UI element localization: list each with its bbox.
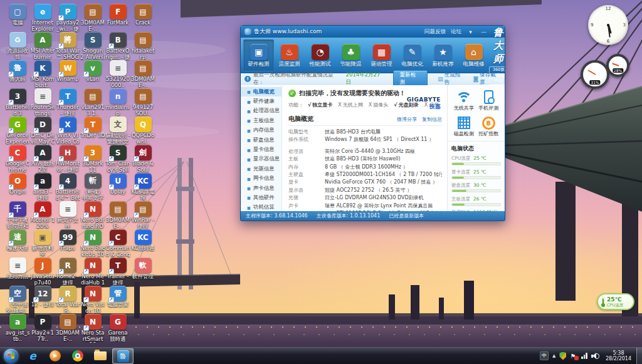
desktop-icon[interactable]: 斬 ↗ 《斬魂》中英文字型修.. xyxy=(80,173,105,202)
desktop-icon[interactable]: 3 ↗ 3DMark 11 xyxy=(80,145,105,173)
desktop-icon[interactable]: C ↗ Command & Conquer 3 .. xyxy=(105,229,130,258)
action-center-flag-icon[interactable]: ⚑ xyxy=(570,352,577,360)
desktop-icon[interactable]: ▤ ↗ Crack xyxy=(130,4,155,26)
desktop-icon[interactable]: C ↗ Google Chrome xyxy=(5,145,30,173)
taskbar-app[interactable]: e xyxy=(22,348,43,364)
desktop-icon[interactable]: G ↗ Garena 競時通 xyxy=(105,314,130,342)
quick-tool[interactable]: ฿ 挖矿指数 xyxy=(476,115,502,137)
desktop-icon[interactable]: H ↗ HWMonitor - 捷徑 xyxy=(55,145,80,173)
desktop-icon[interactable]: U ↗ Uplay xyxy=(105,173,130,195)
desktop-icon[interactable]: ▤ ↗ vLan2913 1.. xyxy=(80,88,105,117)
taskbar-app[interactable] xyxy=(90,348,111,364)
forum-link[interactable]: 论坛 xyxy=(451,28,461,36)
desktop-icon[interactable]: D ↗ DmC_Devil May Cry v1.. xyxy=(30,117,55,145)
desktop-icon[interactable]: 99 ↗ Fraps xyxy=(55,229,80,252)
desktop-icon[interactable]: ♻ ↗ 資源回收筒 xyxy=(5,32,30,60)
desktop-icon[interactable]: ▤ ↗ 3DM0AME-.. xyxy=(105,201,130,229)
desktop-icon[interactable]: 管 ↗ 電腦管家 xyxy=(105,286,130,308)
desktop-icon[interactable]: 空 ↗ 《空中衝突:越南》3DM.. xyxy=(5,286,30,315)
desktop-icon[interactable]: e ↗ Internet Explorer ( xyxy=(30,4,55,33)
desktop-icon[interactable]: ▤ ↗ 3DM0AME-.. xyxy=(55,314,80,342)
desktop-icon[interactable]: N ↗ Nero Burning ROM 10 xyxy=(80,201,105,230)
desktop-icon[interactable]: F ↗ FurMark xyxy=(105,4,130,26)
ime-indicator[interactable]: 中 xyxy=(540,351,549,360)
sidebar-item[interactable]: 网卡信息 xyxy=(241,174,282,184)
security-shield-icon[interactable] xyxy=(559,352,566,360)
toolbar-tab[interactable]: ★ 新机推荐 xyxy=(428,39,458,71)
sidebar-item[interactable]: 电脑概览 xyxy=(241,87,282,96)
toolbar-tab[interactable]: ◔ 性能测试 xyxy=(305,39,335,71)
start-button[interactable] xyxy=(0,348,21,364)
desktop-icon[interactable]: R ↗ Rome2 - 捷徑 xyxy=(55,257,80,286)
sidebar-item[interactable]: 主板信息 xyxy=(241,116,282,125)
desktop-icon[interactable]: ≡ ↗ RouterSettings xyxy=(30,88,55,117)
desktop-icon[interactable]: KC ↗ KC網路電視 xyxy=(130,173,155,201)
sidebar-item[interactable]: 声卡信息 xyxy=(241,184,282,193)
desktop-icon[interactable]: K ↗ MSI Kombust.. xyxy=(30,60,55,88)
generate-report-link[interactable]: ▤生成报告 xyxy=(438,71,465,86)
desktop-icon[interactable]: ▤ ↗ 3DM0AME-.. xyxy=(130,60,155,88)
feedback-link[interactable]: 问题反馈 xyxy=(424,28,446,36)
desktop-icon[interactable]: 文 ↗ 驅動說明 - 繁體中文 xyxy=(105,117,130,145)
desktop-icon[interactable]: ▤ ↗ hdalaketrp xyxy=(130,32,155,60)
desktop-icon[interactable]: A ↗ MSI Afterburner xyxy=(30,32,55,60)
window-titlebar[interactable]: 鲁大师 www.ludashi.com 问题反馈 论坛 ▾ — ✕ xyxy=(241,26,505,38)
sidebar-item[interactable]: 硬件健康 xyxy=(241,96,282,106)
desktop-icon[interactable]: n ↗ nvidiaInsp xyxy=(105,88,130,117)
desktop-icon[interactable]: 12 ↗ 12 - 捷徑 xyxy=(30,286,55,308)
desktop-icon[interactable]: ▤ ↗ 949127 SOU.. xyxy=(130,88,155,117)
desktop-icon[interactable]: 魯 ↗ 魯大師 xyxy=(5,60,30,83)
toolbar-tab[interactable]: ⌂ 电脑维修 xyxy=(458,39,489,71)
desktop-icon[interactable]: ≡ ↗ 新文字文件 xyxy=(55,201,80,229)
desktop-icon[interactable]: N ↗ Nero StartSmart 10 xyxy=(80,314,105,343)
taskbar-app[interactable] xyxy=(67,348,88,364)
minimize-button[interactable]: — xyxy=(480,29,488,35)
sidebar-item[interactable]: 显示器信息 xyxy=(241,155,282,164)
sidebar-item[interactable]: 其他硬件 xyxy=(241,193,282,202)
desktop-icon[interactable]: 4 ↗ Battlefield 4™ Beta xyxy=(55,173,80,202)
show-desktop-button[interactable] xyxy=(636,348,642,364)
desktop-icon[interactable]: N ↗ Nero Vision 10 xyxy=(80,286,105,314)
sidebar-item[interactable]: 内存信息 xyxy=(241,126,282,135)
sidebar-item[interactable]: 光驱信息 xyxy=(241,164,282,174)
desktop-icon[interactable]: T ↗ Trainer - 捷徑 xyxy=(105,257,130,286)
sidebar-item[interactable]: 处理器信息 xyxy=(241,107,282,116)
desktop-icon[interactable]: a ↗ avg_ist_stb.. xyxy=(5,314,30,342)
taskbar-clock[interactable]: 5:38 28/2/2014 xyxy=(603,350,634,361)
desktop-icon[interactable]: a ↗ aida3 - 捷徑 xyxy=(30,173,55,201)
desktop-icon[interactable]: A ↗ A7A 散熱2至 xyxy=(30,145,55,173)
toolbar-tab[interactable]: ▣ 硬件检测 xyxy=(243,39,274,71)
desktop-icon[interactable]: A ↗ Alcohol 120% xyxy=(30,201,55,229)
show-hidden-icons[interactable]: ▲ xyxy=(552,353,555,358)
desktop-icon[interactable]: 軟 ↗ 軟件管理 xyxy=(130,257,155,280)
toolbar-tab[interactable]: ♨ 温度监测 xyxy=(274,39,305,71)
taskbar-app[interactable]: 魯 xyxy=(112,348,134,364)
sidebar-item[interactable]: 显卡信息 xyxy=(241,145,282,154)
desktop-icon[interactable]: 劍 ↗ Blade & Soul xyxy=(130,145,155,173)
sidebar-item[interactable]: 硬盘信息 xyxy=(241,135,282,145)
desktop-icon[interactable]: P ↗ payday2_wi.. - 捷徑 xyxy=(55,4,80,33)
volume-icon[interactable] xyxy=(591,353,599,360)
quick-tool[interactable]: 无线共享 xyxy=(451,89,476,111)
desktop-icon[interactable]: ▣ ↗ 新增資料夾 xyxy=(30,229,55,257)
desktop-icon[interactable]: ≡ ↗ 使用方法 xyxy=(5,257,30,280)
desktop-icon[interactable]: B ↗ BattlexOrigin: - 捷徑 xyxy=(105,32,130,61)
desktop-icon[interactable]: G ↗ GeForce Experience xyxy=(5,117,30,145)
network-icon[interactable] xyxy=(581,353,587,359)
desktop-icon[interactable]: W ↗ Winamp xyxy=(55,60,80,83)
copy-info-link[interactable]: 复制信息 xyxy=(422,116,442,123)
desktop-icon[interactable]: T ↗ TriDef 3D xyxy=(80,117,105,139)
desktop-icon[interactable]: ▤ ↗ WinRar - 捷徑 xyxy=(130,201,155,229)
skin-button[interactable]: ▾ xyxy=(466,29,475,35)
desktop-icon[interactable]: ▢ ↗ 電腦 xyxy=(5,4,30,26)
desktop-icon[interactable]: ≡ ↗ 5321920000.. xyxy=(105,60,130,88)
weibo-share-link[interactable]: 微博分享 xyxy=(397,116,417,123)
desktop-icon[interactable]: 千 ↗ 千尋午夜影院防和諧版 xyxy=(5,201,30,230)
desktop-icon[interactable]: 3 ↗ Battlefield 3 xyxy=(5,88,30,117)
desktop-icon[interactable]: P ↗ Play2+17Tr.. xyxy=(30,314,55,342)
desktop-icon[interactable]: ▤ ↗ 3DM0AME-.. xyxy=(80,4,105,32)
quick-tool[interactable]: 手机评测 xyxy=(476,89,502,111)
desktop-icon[interactable]: X ↗ WinX VI Video Converter xyxy=(55,117,80,145)
clock-gadget[interactable]: 12 3 6 9 xyxy=(588,5,628,45)
desktop-icon[interactable]: N ↗ Nero MediaHub 10 xyxy=(80,257,105,286)
